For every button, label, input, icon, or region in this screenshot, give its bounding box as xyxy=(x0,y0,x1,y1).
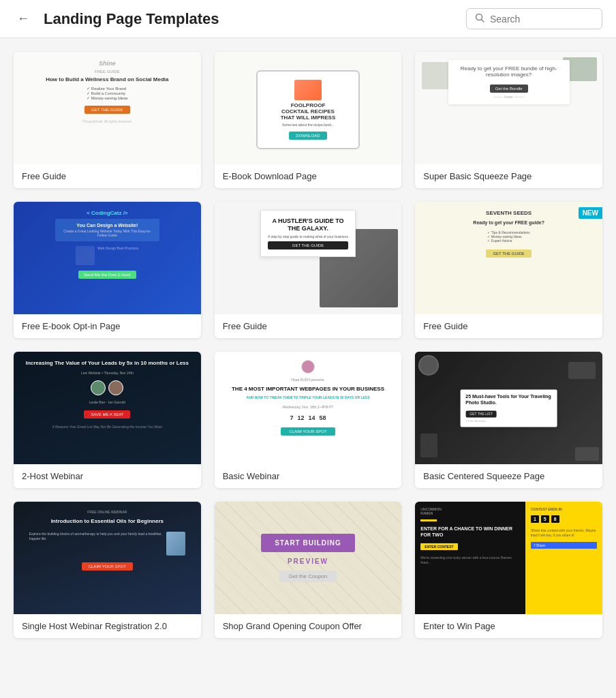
search-container xyxy=(466,8,602,29)
template-label: Free E-book Opt-in Page xyxy=(14,314,201,338)
template-preview: UNCOMMONRAMEN ENTER FOR A CHANCE TO WIN … xyxy=(415,502,602,614)
template-card[interactable]: Hope RUSH presents: THE 4 MOST IMPORTANT… xyxy=(215,352,402,488)
page-header: ← Landing Page Templates xyxy=(0,0,616,38)
search-input[interactable] xyxy=(490,14,585,25)
template-label: Free Guide xyxy=(14,164,201,188)
template-card[interactable]: FOOLPROOFCOCKTAIL RECIPESTHAT WILL IMPRE… xyxy=(215,52,402,188)
template-card[interactable]: UNCOMMONRAMEN ENTER FOR A CHANCE TO WIN … xyxy=(415,502,602,638)
template-preview: Ready to get your FREE bundle of high-re… xyxy=(415,52,602,164)
template-card[interactable]: NEW SEVENTH SEEDS Ready to get your FREE… xyxy=(415,202,602,338)
template-label: E-Book Download Page xyxy=(215,164,402,188)
template-preview: NEW SEVENTH SEEDS Ready to get your FREE… xyxy=(415,202,602,314)
template-card[interactable]: START BUILDING PREVIEW Get the Coupon Sh… xyxy=(215,502,402,638)
template-label: Single Host Webinar Registration 2.0 xyxy=(14,614,201,638)
template-card[interactable]: Increasing The Value of Your Leads by 5x… xyxy=(14,352,201,488)
template-preview: < CodingCatz /> You Can Design a Website… xyxy=(14,202,201,314)
template-label: Shop Grand Opening Coupon Offer xyxy=(215,614,402,638)
template-preview: START BUILDING PREVIEW Get the Coupon xyxy=(215,502,402,614)
back-button[interactable]: ← xyxy=(14,10,33,29)
template-label: Free Guide xyxy=(415,314,602,338)
template-preview: Hope RUSH presents: THE 4 MOST IMPORTANT… xyxy=(215,352,402,464)
template-grid: Shine FREE GUIDE How to Build a Wellness… xyxy=(0,38,616,652)
template-card[interactable]: Ready to get your FREE bundle of high-re… xyxy=(415,52,602,188)
template-card[interactable]: < CodingCatz /> You Can Design a Website… xyxy=(14,202,201,338)
template-label: 2-Host Webinar xyxy=(14,464,201,488)
template-label: Super Basic Squeeze Page xyxy=(415,164,602,188)
template-label: Basic Webinar xyxy=(215,464,402,488)
template-card[interactable]: 25 Must-have Tools for Your Traveling Ph… xyxy=(415,352,602,488)
svg-line-1 xyxy=(482,20,484,22)
search-icon xyxy=(475,13,484,25)
template-preview: 25 Must-have Tools for Your Traveling Ph… xyxy=(415,352,602,464)
template-label: Free Guide xyxy=(215,314,402,338)
template-label: Basic Centered Squeeze Page xyxy=(415,464,602,488)
template-preview: FREE ONLINE WEBINAR Introduction to Esse… xyxy=(14,502,201,614)
template-preview: A HUSTLER'S GUIDE TO THE GALAXY. A step … xyxy=(215,202,402,314)
page-title: Landing Page Templates xyxy=(44,10,455,28)
template-preview: Shine FREE GUIDE How to Build a Wellness… xyxy=(14,52,201,164)
template-label: Enter to Win Page xyxy=(415,614,602,638)
template-card[interactable]: Shine FREE GUIDE How to Build a Wellness… xyxy=(14,52,201,188)
template-card[interactable]: A HUSTLER'S GUIDE TO THE GALAXY. A step … xyxy=(215,202,402,338)
template-card[interactable]: FREE ONLINE WEBINAR Introduction to Esse… xyxy=(14,502,201,638)
new-badge: NEW xyxy=(579,207,602,219)
template-preview: FOOLPROOFCOCKTAIL RECIPESTHAT WILL IMPRE… xyxy=(215,52,402,164)
template-preview: Increasing The Value of Your Leads by 5x… xyxy=(14,352,201,464)
